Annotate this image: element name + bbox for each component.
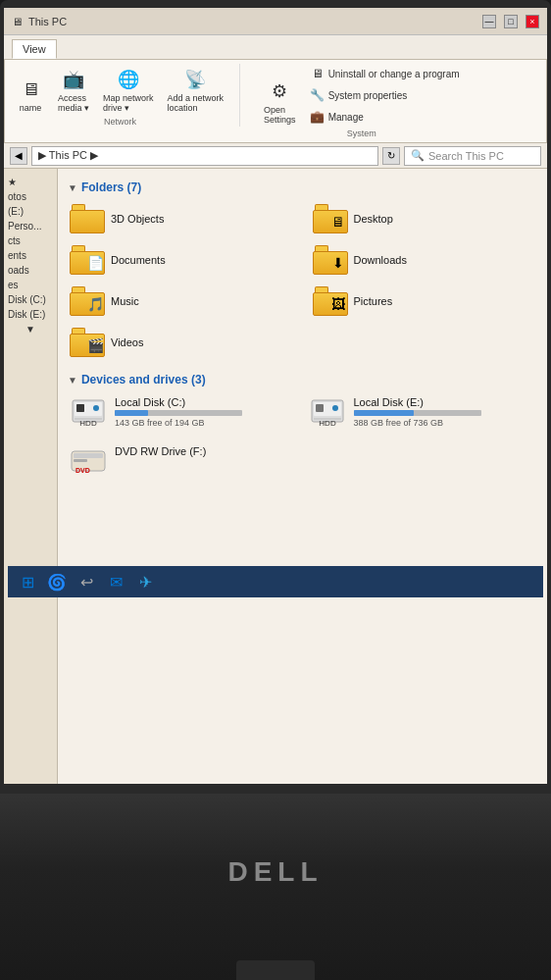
window-title: This PC bbox=[28, 16, 67, 27]
start-button[interactable]: ⊞ bbox=[16, 570, 39, 593]
sysprops-label: System properties bbox=[328, 90, 408, 101]
minimize-button[interactable]: — bbox=[482, 15, 496, 28]
map-label: Map networkdrive ▾ bbox=[103, 93, 154, 113]
drive-e-name: Local Disk (E:) bbox=[354, 396, 536, 408]
file-area: ▼ Folders (7) 3D Objects bbox=[58, 169, 547, 784]
name-icon: 🖥 bbox=[17, 76, 44, 103]
title-bar-controls: — □ × bbox=[482, 15, 539, 28]
refresh-button[interactable]: ↻ bbox=[382, 147, 400, 165]
sidebar-item-photos[interactable]: otos bbox=[4, 189, 57, 204]
drive-item-c[interactable]: HDD Local Disk (C:) 143 GB free of 194 G… bbox=[68, 394, 299, 430]
folders-grid: 3D Objects 🖥 Desktop bbox=[68, 202, 537, 359]
mail-button[interactable]: ✉ bbox=[104, 570, 127, 593]
svg-text:HDD: HDD bbox=[79, 419, 97, 428]
ribbon-btn-access-media[interactable]: 📺 Accessmedia ▾ bbox=[54, 64, 93, 115]
sidebar-item-disk-e[interactable]: Disk (E:) bbox=[4, 307, 57, 322]
folder-label-desktop: Desktop bbox=[354, 213, 393, 225]
sidebar-item-personal[interactable]: Perso... bbox=[4, 219, 57, 233]
sidebar-item-cts[interactable]: cts bbox=[4, 233, 57, 248]
manage-label: Manage bbox=[328, 112, 364, 123]
back-button[interactable]: ◀ bbox=[10, 147, 27, 165]
drive-dvd-icon: DVD bbox=[70, 445, 107, 477]
folder-item-pictures[interactable]: 🖼 Pictures bbox=[311, 284, 538, 318]
folder-item-downloads[interactable]: ⬇ Downloads bbox=[311, 243, 538, 277]
back-nav-button[interactable]: ↩ bbox=[75, 570, 98, 593]
network-group-label: Network bbox=[104, 117, 136, 127]
ribbon-btn-map-drive[interactable]: 🌐 Map networkdrive ▾ bbox=[99, 64, 158, 115]
sidebar-item-quickaccess[interactable]: ★ bbox=[4, 175, 57, 189]
drive-c-name: Local Disk (C:) bbox=[115, 396, 297, 408]
drive-item-dvd[interactable]: DVD DVD RW Drive (F:) bbox=[68, 443, 303, 479]
ribbon-btn-manage[interactable]: 💼 Manage bbox=[306, 107, 464, 127]
ribbon-btn-open-settings[interactable]: ⚙ OpenSettings bbox=[260, 76, 300, 127]
folder-item-videos[interactable]: 🎬 Videos bbox=[68, 326, 295, 359]
sidebar-item-es[interactable]: es bbox=[4, 278, 57, 292]
folder-icon-documents: 📄 bbox=[70, 245, 105, 275]
drive-e-bar-fill bbox=[354, 410, 414, 416]
drive-e-bar-bg bbox=[354, 410, 481, 416]
svg-text:HDD: HDD bbox=[319, 419, 336, 428]
folder-item-3d-objects[interactable]: 3D Objects bbox=[68, 202, 295, 235]
tab-view[interactable]: View bbox=[12, 39, 57, 59]
folder-icon-pictures: 🖼 bbox=[313, 286, 348, 316]
drive-e-space: 388 GB free of 736 GB bbox=[354, 418, 536, 428]
add-label: Add a networklocation bbox=[168, 93, 225, 113]
system-small-btns: 🖥 Uninstall or change a program 🔧 System… bbox=[306, 64, 464, 127]
network-buttons: 🖥 name 📺 Accessmedia ▾ 🌐 Map networkdriv… bbox=[13, 64, 227, 115]
downloads-overlay-icon: ⬇ bbox=[329, 254, 347, 272]
folder-label-downloads: Downloads bbox=[354, 254, 407, 266]
drive-c-bar-fill bbox=[115, 410, 148, 416]
address-path[interactable]: ▶ This PC ▶ bbox=[31, 146, 378, 166]
documents-overlay-icon: 📄 bbox=[86, 254, 104, 272]
ribbon-content: 🖥 name 📺 Accessmedia ▾ 🌐 Map networkdriv… bbox=[4, 60, 547, 143]
search-box[interactable]: 🔍 Search This PC bbox=[404, 146, 541, 166]
sidebar-scroll-down[interactable]: ▼ bbox=[4, 322, 57, 336]
sidebar-item-oads[interactable]: oads bbox=[4, 263, 57, 278]
sidebar-item-ents[interactable]: ents bbox=[4, 248, 57, 263]
folders-collapse-arrow[interactable]: ▼ bbox=[68, 182, 77, 193]
ribbon: View bbox=[4, 35, 547, 60]
folder-item-documents[interactable]: 📄 Documents bbox=[68, 243, 295, 277]
sidebar-item-e[interactable]: (E:) bbox=[4, 204, 57, 219]
drives-section-header: ▼ Devices and drives (3) bbox=[68, 373, 537, 387]
drive-item-e[interactable]: HDD Local Disk (E:) 388 GB free of 736 G… bbox=[307, 394, 538, 430]
drives-section: ▼ Devices and drives (3) bbox=[68, 373, 537, 479]
folder-item-music[interactable]: 🎵 Music bbox=[68, 284, 295, 318]
sidebar-item-disk-c[interactable]: Disk (C:) bbox=[4, 292, 57, 307]
drives-collapse-arrow[interactable]: ▼ bbox=[68, 375, 77, 386]
folders-section-header: ▼ Folders (7) bbox=[68, 181, 537, 194]
music-overlay-icon: 🎵 bbox=[86, 295, 104, 313]
drive-dvd-name: DVD RW Drive (F:) bbox=[115, 445, 301, 457]
svg-rect-10 bbox=[316, 404, 324, 412]
folder-item-desktop[interactable]: 🖥 Desktop bbox=[311, 202, 538, 235]
drive-c-bar-bg bbox=[115, 410, 242, 416]
ribbon-btn-uninstall[interactable]: 🖥 Uninstall or change a program bbox=[306, 64, 464, 83]
address-bar: ◀ ▶ This PC ▶ ↻ 🔍 Search This PC bbox=[4, 143, 547, 169]
drive-e-info: Local Disk (E:) 388 GB free of 736 GB bbox=[354, 396, 536, 428]
ribbon-btn-add-location[interactable]: 📡 Add a networklocation bbox=[164, 64, 228, 115]
svg-point-5 bbox=[93, 405, 99, 411]
folder-icon-music: 🎵 bbox=[70, 286, 105, 316]
telegram-button[interactable]: ✈ bbox=[133, 570, 157, 593]
system-buttons: ⚙ OpenSettings 🖥 Uninstall or change a p… bbox=[260, 64, 464, 127]
uninstall-icon: 🖥 bbox=[310, 66, 326, 81]
ribbon-btn-sys-props[interactable]: 🔧 System properties bbox=[306, 85, 464, 105]
sysprops-icon: 🔧 bbox=[310, 87, 326, 103]
ribbon-group-network: 🖥 name 📺 Accessmedia ▾ 🌐 Map networkdriv… bbox=[13, 64, 240, 127]
drive-c-info: Local Disk (C:) 143 GB free of 194 GB bbox=[115, 396, 297, 428]
taskbar: ⊞ 🌀 ↩ ✉ ✈ bbox=[8, 566, 543, 597]
open-settings-label: OpenSettings bbox=[264, 105, 296, 125]
maximize-button[interactable]: □ bbox=[504, 15, 518, 28]
close-button[interactable]: × bbox=[526, 15, 539, 28]
drive-dvd-info: DVD RW Drive (F:) bbox=[115, 445, 301, 459]
folder-icon-3d bbox=[70, 204, 105, 233]
sidebar: ★ otos (E:) Perso... cts ents oads es Di… bbox=[4, 169, 58, 784]
svg-rect-4 bbox=[76, 404, 84, 412]
videos-overlay-icon: 🎬 bbox=[86, 336, 104, 354]
manage-icon: 💼 bbox=[310, 109, 326, 125]
title-bar-left: 🖥 This PC bbox=[12, 16, 67, 27]
edge-button[interactable]: 🌀 bbox=[45, 570, 69, 593]
title-bar: 🖥 This PC — □ × bbox=[4, 8, 547, 35]
svg-rect-15 bbox=[74, 459, 87, 462]
ribbon-btn-name[interactable]: 🖥 name bbox=[13, 74, 48, 115]
